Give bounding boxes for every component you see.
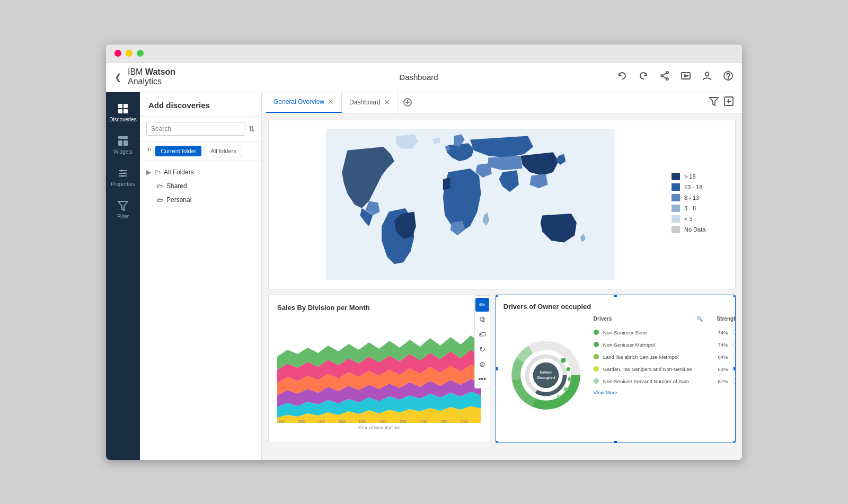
drivers-col-header-drivers: Drivers <box>594 316 692 322</box>
driver-dot-1 <box>594 342 599 347</box>
tab-add-button[interactable] <box>398 92 417 113</box>
all-folders-button[interactable]: All folders <box>205 146 242 156</box>
discovery-search-input[interactable] <box>146 122 245 136</box>
tab-dashboard[interactable]: Dashboard ✕ <box>342 92 398 113</box>
selection-handle-tm[interactable] <box>613 295 617 297</box>
sidebar-item-properties[interactable]: Properties <box>106 161 140 193</box>
sidebar-item-widgets[interactable]: Widgets <box>106 129 140 161</box>
sidebar-item-filter[interactable]: Filter <box>106 193 140 226</box>
svg-point-7 <box>705 72 709 76</box>
svg-rect-11 <box>123 104 128 108</box>
svg-point-21 <box>123 172 126 174</box>
edit-icon[interactable] <box>724 96 734 108</box>
sales-chart-title: Sales By Division per Month <box>277 304 481 312</box>
folder-filter-row: In Current folder All folders <box>140 142 261 161</box>
personal-folder-icon: 🗁 <box>157 196 163 204</box>
chart-more-button[interactable]: ••• <box>475 372 489 386</box>
help-icon[interactable] <box>723 70 734 84</box>
user-icon[interactable] <box>702 70 712 84</box>
svg-point-2 <box>666 78 668 80</box>
svg-marker-23 <box>118 201 128 210</box>
svg-text:1996: 1996 <box>440 419 448 423</box>
in-label: In <box>146 146 151 156</box>
share-icon[interactable] <box>659 70 670 84</box>
driver-name-4: Non-Seniuse Servand Number of Sam <box>603 378 692 384</box>
svg-rect-16 <box>123 140 128 146</box>
selection-handle-ml[interactable] <box>496 367 498 371</box>
legend-item-2: 8 - 13 <box>672 194 727 201</box>
redo-icon[interactable] <box>638 70 649 84</box>
preview-icon[interactable] <box>681 70 691 84</box>
sort-icon[interactable]: ⇅ <box>249 125 255 133</box>
tab-dashboard-close[interactable]: ✕ <box>384 99 390 106</box>
legend-color-2 <box>672 194 680 201</box>
svg-point-54 <box>566 367 570 372</box>
legend-item-3: 3 - 8 <box>672 205 727 212</box>
sidebar-item-discoveries[interactable]: Discoveries <box>106 96 140 129</box>
svg-marker-6 <box>685 75 688 77</box>
svg-text:Owner: Owner <box>540 370 552 375</box>
driver-dot-0 <box>594 330 599 335</box>
selection-handle-br[interactable] <box>733 440 736 443</box>
tab-general-overview[interactable]: General Overview ✕ <box>266 92 342 113</box>
drivers-main: Owner Occupied <box>504 316 736 435</box>
svg-point-20 <box>120 170 122 172</box>
all-folders-row[interactable]: ▶ 🗁 All Folders <box>140 165 261 179</box>
driver-info-icon-4[interactable]: ⓘ <box>732 377 736 386</box>
chart-toolbar: ✏ ⧉ 🏷 ↻ ⊘ ••• <box>474 295 490 388</box>
selection-handle-mr[interactable] <box>733 367 736 371</box>
top-bar-left: ❮ IBM Watson Analytics <box>114 67 210 86</box>
folder-icon: 🗁 <box>154 169 161 176</box>
svg-text:1986: 1986 <box>338 419 346 423</box>
driver-row-3: Garden, Tax Senipers and Non-Seniuse 63%… <box>594 363 736 375</box>
svg-rect-14 <box>118 136 128 139</box>
driver-name-3: Garden, Tax Senipers and Non-Seniuse <box>603 366 692 372</box>
personal-folder-row[interactable]: 🗁 Personal <box>140 193 261 207</box>
driver-strength-2: 64% <box>696 354 728 360</box>
selection-handle-bl[interactable] <box>496 440 498 443</box>
svg-text:1992: 1992 <box>400 419 407 423</box>
chart-tag-button[interactable]: 🏷 <box>475 328 489 341</box>
legend-label-3: 3 - 8 <box>684 205 696 211</box>
svg-point-9 <box>728 78 729 78</box>
nav-chevron-icon[interactable]: ❮ <box>114 72 121 82</box>
chart-edit-button[interactable]: ✏ <box>475 298 489 312</box>
current-folder-button[interactable]: Current folder <box>155 146 201 156</box>
svg-point-22 <box>121 175 123 177</box>
folder-expand-icon: ▶ <box>146 169 151 176</box>
driver-name-0: Non-Seniuser Servi <box>603 330 692 335</box>
svg-point-0 <box>666 72 668 74</box>
svg-point-55 <box>568 377 572 382</box>
filter-icon[interactable] <box>709 96 719 108</box>
legend-color-0 <box>672 173 680 180</box>
top-bar-actions <box>628 70 734 84</box>
content-area: General Overview ✕ Dashboard ✕ <box>262 92 742 460</box>
driver-info-icon-2[interactable]: ⓘ <box>732 352 736 361</box>
driver-info-icon-0[interactable]: ⓘ <box>732 328 736 337</box>
browser-dot-green <box>137 50 144 57</box>
legend-label-2: 8 - 13 <box>684 194 699 201</box>
svg-text:1984: 1984 <box>318 419 325 423</box>
selection-handle-tr[interactable] <box>733 295 736 297</box>
browser-dot-red <box>114 50 121 57</box>
selection-handle-bm[interactable] <box>613 440 617 443</box>
shared-folder-row[interactable]: 🗁 Shared <box>140 179 261 193</box>
all-folders-label: All Folders <box>164 169 194 176</box>
drivers-table-header: Drivers 🔍 Strength <box>594 316 736 324</box>
drivers-search-icon[interactable]: 🔍 <box>696 316 703 322</box>
svg-text:1982: 1982 <box>297 419 305 423</box>
selection-handle-tl[interactable] <box>496 295 498 297</box>
chart-refresh-button[interactable]: ↻ <box>475 342 489 356</box>
legend-color-3 <box>672 205 680 212</box>
chart-remove-button[interactable]: ⊘ <box>475 357 489 371</box>
svg-text:1980: 1980 <box>277 419 285 423</box>
tab-general-overview-close[interactable]: ✕ <box>328 98 334 105</box>
driver-info-icon-1[interactable]: ⓘ <box>732 340 736 349</box>
main-layout: Discoveries Widgets Properties Filter Ad… <box>106 92 742 460</box>
view-more-button[interactable]: View More <box>594 390 736 395</box>
legend-color-4 <box>672 215 680 223</box>
chart-copy-button[interactable]: ⧉ <box>475 313 489 326</box>
undo-icon[interactable] <box>617 70 628 84</box>
browser-chrome <box>106 45 742 63</box>
sales-chart-card: ✏ ⧉ 🏷 ↻ ⊘ ••• Sales By Division per Mont… <box>268 295 490 443</box>
